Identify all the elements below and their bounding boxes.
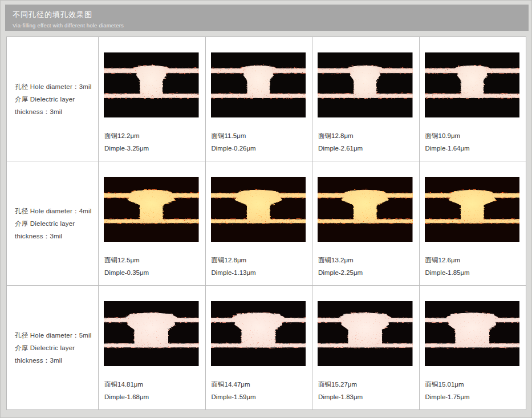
micrograph-cell: 面铜14.81μm Dimple-1.68μm (99, 286, 206, 410)
dimple-value: Dimple-0.26μm (212, 142, 256, 155)
dimple-value: Dimple-1.75μm (425, 391, 470, 403)
micrograph-cell: 面铜14.47μm Dimple-1.59μm (206, 286, 313, 410)
surface-copper-value: 面铜13.2μm (318, 254, 363, 266)
surface-copper-value: 面铜10.9μm (425, 129, 470, 142)
row-label-line: 介厚 Dielectric layer (15, 342, 95, 354)
measurement-block: 面铜14.81μm Dimple-1.68μm (104, 378, 149, 403)
row-label-line: 介厚 Dielectric layer (15, 93, 95, 105)
micrograph-cell: 面铜10.9μm Dimple-1.64μm (420, 37, 527, 161)
header-bar: 不同孔径的填孔效果图 Via-filling effect with diffe… (5, 5, 529, 31)
measurement-block: 面铜11.5μm Dimple-0.26μm (212, 129, 256, 155)
row-label-line: 孔径 Hole diameter：5mil (15, 329, 95, 342)
via-micrograph-image (211, 52, 306, 117)
via-micrograph-image (104, 177, 199, 242)
measurement-block: 面铜12.5μm Dimple-0.35μm (104, 254, 149, 279)
via-micrograph-image (318, 52, 413, 117)
surface-copper-value: 面铜12.2μm (104, 129, 149, 142)
surface-copper-value: 面铜12.5μm (104, 254, 149, 266)
via-micrograph-image (318, 177, 413, 242)
via-micrograph-image (104, 52, 199, 117)
micrograph-cell: 面铜12.2μm Dimple-3.25μm (99, 37, 206, 161)
dimple-value: Dimple-2.61μm (318, 142, 363, 155)
dimple-value: Dimple-3.25μm (104, 142, 149, 155)
via-micrograph-image (318, 301, 413, 366)
micrograph-cell: 面铜15.01μm Dimple-1.75μm (420, 286, 527, 410)
row-label-line: 孔径 Hole diameter：3mil (15, 80, 95, 93)
dimple-value: Dimple-1.64μm (425, 142, 470, 155)
via-micrograph-image (425, 301, 520, 366)
measurement-block: 面铜15.01μm Dimple-1.75μm (425, 378, 470, 403)
row-label-line: 孔径 Hole diameter：4mil (15, 205, 95, 217)
surface-copper-value: 面铜14.47μm (212, 378, 256, 391)
micrograph-cell: 面铜13.2μm Dimple-2.25μm (312, 161, 420, 286)
measurement-block: 面铜15.27μm Dimple-1.83μm (318, 378, 363, 403)
via-fill-table: 孔径 Hole diameter：3mil介厚 Dielectric layer… (6, 36, 526, 410)
surface-copper-value: 面铜11.5μm (212, 129, 256, 142)
measurement-block: 面铜14.47μm Dimple-1.59μm (212, 378, 256, 403)
surface-copper-value: 面铜14.81μm (104, 378, 149, 391)
page-subtitle: Via-filling effect with different hole d… (13, 22, 529, 29)
measurement-block: 面铜13.2μm Dimple-2.25μm (318, 254, 363, 279)
micrograph-cell: 面铜12.6μm Dimple-1.85μm (420, 161, 527, 286)
dimple-value: Dimple-1.68μm (104, 391, 149, 403)
dimple-value: Dimple-1.85μm (425, 266, 470, 279)
row-label-cell: 孔径 Hole diameter：4mil介厚 Dielectric layer… (7, 161, 99, 286)
via-micrograph-image (104, 301, 199, 366)
surface-copper-value: 面铜12.8μm (318, 129, 363, 142)
micrograph-cell: 面铜15.27μm Dimple-1.83μm (312, 286, 420, 410)
dimple-value: Dimple-1.83μm (318, 391, 363, 403)
measurement-block: 面铜12.8μm Dimple-1.13μm (212, 254, 256, 279)
page: 不同孔径的填孔效果图 Via-filling effect with diffe… (0, 0, 532, 418)
dimple-value: Dimple-1.13μm (212, 266, 256, 279)
page-title: 不同孔径的填孔效果图 (13, 10, 529, 20)
via-micrograph-image (211, 301, 306, 366)
measurement-block: 面铜12.6μm Dimple-1.85μm (425, 254, 470, 279)
via-micrograph-image (425, 177, 520, 242)
row-label-line: 介厚 Dielectric layer (15, 217, 95, 230)
via-micrograph-image (425, 52, 520, 117)
dimple-value: Dimple-0.35μm (104, 266, 149, 279)
surface-copper-value: 面铜12.8μm (212, 254, 256, 266)
measurement-block: 面铜10.9μm Dimple-1.64μm (425, 129, 470, 155)
micrograph-cell: 面铜11.5μm Dimple-0.26μm (206, 37, 313, 161)
surface-copper-value: 面铜12.6μm (425, 254, 470, 266)
surface-copper-value: 面铜15.27μm (318, 378, 363, 391)
dimple-value: Dimple-1.59μm (212, 391, 256, 403)
micrograph-cell: 面铜12.5μm Dimple-0.35μm (99, 161, 206, 286)
row-label-line: thickness：3mil (15, 105, 95, 118)
measurement-block: 面铜12.2μm Dimple-3.25μm (104, 129, 149, 155)
surface-copper-value: 面铜15.01μm (425, 378, 470, 391)
row-label-cell: 孔径 Hole diameter：3mil介厚 Dielectric layer… (7, 37, 99, 161)
measurement-block: 面铜12.8μm Dimple-2.61μm (318, 129, 363, 155)
via-micrograph-image (211, 177, 306, 242)
row-label-line: thickness：3mil (15, 354, 95, 367)
micrograph-cell: 面铜12.8μm Dimple-2.61μm (312, 37, 420, 161)
row-label-line: thickness：3mil (15, 230, 95, 242)
micrograph-cell: 面铜12.8μm Dimple-1.13μm (206, 161, 313, 286)
dimple-value: Dimple-2.25μm (318, 266, 363, 279)
row-label-cell: 孔径 Hole diameter：5mil介厚 Dielectric layer… (7, 286, 99, 410)
